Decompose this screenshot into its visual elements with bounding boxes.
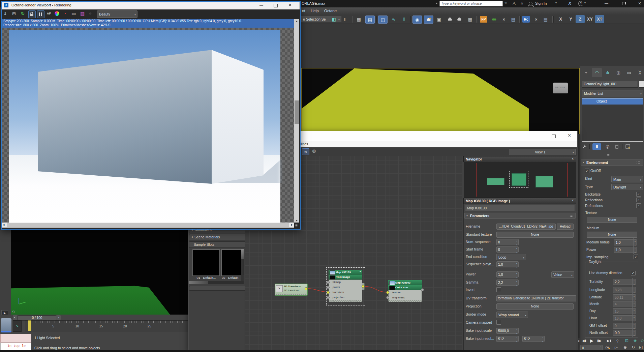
pause-icon[interactable] xyxy=(37,10,44,18)
octane-hscrollbar[interactable] xyxy=(2,223,294,228)
octane-resize-grip[interactable] xyxy=(295,224,299,227)
copy-render-icon[interactable] xyxy=(12,11,16,16)
vscroll-down-icon[interactable] xyxy=(294,219,299,222)
render-pass-dropdown[interactable]: Beauty xyxy=(97,10,137,18)
save-render-icon[interactable] xyxy=(3,11,7,16)
octane-close-icon[interactable] xyxy=(288,2,292,8)
region-render-icon[interactable] xyxy=(63,11,66,16)
octane-maximize-icon[interactable] xyxy=(274,4,278,8)
octane-vscrollbar[interactable] xyxy=(294,19,299,223)
display-mode-icon[interactable] xyxy=(71,11,76,16)
render-image xyxy=(9,30,280,223)
octane-stats-bar: Smp/px: 200/200. Samp/s: 0.000M. Time: 0… xyxy=(2,19,294,28)
camera-icon[interactable] xyxy=(89,11,92,16)
hscroll-right-icon[interactable] xyxy=(291,224,293,226)
octane-app-icon: 3 xyxy=(4,3,8,7)
octane-stats-line1: Smp/px: 200/200. Samp/s: 0.000M. Time: 0… xyxy=(2,19,294,23)
screen-bottom-strip xyxy=(0,350,644,352)
lock-icon[interactable] xyxy=(28,10,36,18)
autofocus-icon[interactable]: AF xyxy=(47,12,51,15)
render-target-icon[interactable] xyxy=(80,11,85,16)
restart-render-icon[interactable] xyxy=(21,11,25,16)
octane-minimize-icon[interactable] xyxy=(259,3,263,7)
vscroll-up-icon[interactable] xyxy=(294,19,299,22)
octane-stats-line2: Render size: 800 x 600. Zoom: 100%. Prim… xyxy=(2,23,294,27)
vscroll-thumb[interactable] xyxy=(295,100,299,124)
octane-window-title: OctaneRender Viewport - Rendering xyxy=(11,3,71,7)
octane-render-area[interactable] xyxy=(2,28,294,223)
hscroll-left-icon[interactable] xyxy=(3,224,4,226)
hscroll-thumb[interactable] xyxy=(7,223,289,227)
octane-toolbar xyxy=(2,9,300,19)
color-wheel-icon[interactable] xyxy=(55,11,59,16)
